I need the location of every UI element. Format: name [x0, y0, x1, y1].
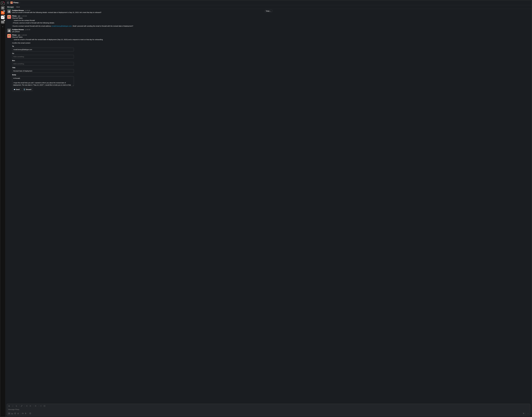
workspace-2[interactable]: W2395	[1, 11, 5, 14]
workspace-3[interactable]: ⊶8	[1, 16, 5, 19]
bullet-list-button[interactable]	[29, 405, 32, 407]
message-sender[interactable]: Sudipta Biswas	[12, 29, 24, 31]
tab-messages[interactable]: Messages	[7, 5, 14, 9]
svg-point-18	[14, 413, 16, 414]
workspace-rail: FHOW2395⊶8BA62 +	[0, 0, 5, 417]
italic-button[interactable]: I	[11, 405, 14, 407]
workspace-0[interactable]: F	[1, 1, 5, 5]
message: Sudipta Biswas 11:45 AM yes please	[5, 28, 532, 33]
svg-marker-22	[23, 413, 23, 414]
message-timestamp: 11:45 AM	[25, 10, 30, 11]
channel-header: 🧑‍🚀 Flowy ⌄	[5, 0, 532, 5]
codeblock-button[interactable]	[43, 405, 46, 407]
blockquote-button[interactable]	[34, 405, 37, 407]
video-button[interactable]	[21, 412, 24, 415]
message-sender[interactable]: Sudipta Biswas	[12, 10, 24, 11]
channel-title-button[interactable]: 🧑‍🚀 Flowy ⌄	[10, 1, 20, 4]
confirm-heading: Confirm the email content	[12, 42, 530, 44]
strike-button[interactable]: S	[15, 405, 18, 407]
message-timestamp: 11:45 AM	[21, 15, 27, 17]
channel-title: Flowy	[13, 2, 19, 4]
date-divider[interactable]: Today ⌄	[264, 10, 273, 12]
to-field[interactable]	[12, 48, 74, 51]
app-badge: APP	[18, 34, 21, 36]
cc-field[interactable]	[12, 55, 74, 59]
svg-point-3	[9, 30, 10, 31]
discard-button[interactable]: 🗑️ Discard	[22, 88, 33, 91]
svg-rect-21	[22, 413, 23, 414]
tabs: Messages About	[5, 5, 532, 9]
email-form: To Cc Bcc Title Body 📨	[12, 45, 74, 91]
user-avatar-icon[interactable]	[7, 29, 11, 32]
format-button[interactable]: Aa	[11, 412, 13, 415]
send-icon: 📨	[13, 89, 15, 90]
divider	[28, 412, 28, 414]
trash-icon: 🗑️	[23, 89, 25, 90]
message-timestamp: 11:45 AM	[25, 29, 30, 31]
svg-point-11	[30, 406, 30, 406]
title-field[interactable]	[12, 69, 74, 73]
app-avatar-icon: 🧑‍🚀	[10, 1, 13, 4]
audio-button[interactable]	[24, 412, 27, 415]
code-button[interactable]	[40, 405, 42, 407]
message-list: Today ⌄ Sudipta Biswas 11:45 AM send an …	[5, 9, 532, 403]
emoji-button[interactable]	[14, 412, 17, 415]
workspace-4[interactable]: BA62	[1, 20, 5, 24]
message-timestamp: 11:45 AM	[21, 34, 27, 36]
divider	[24, 405, 25, 407]
sidebar-toggle-icon[interactable]	[7, 2, 9, 4]
message-text: yes please	[12, 31, 530, 33]
send-button[interactable]: 📨 Send	[12, 88, 21, 91]
badge: 95	[3, 10, 5, 12]
bcc-field[interactable]	[12, 62, 74, 66]
cc-label: Cc	[12, 52, 74, 54]
app-avatar-icon[interactable]: 🧑‍🚀	[7, 15, 11, 19]
badge: 2	[3, 20, 5, 21]
bold-button[interactable]: B	[8, 405, 10, 407]
svg-point-2	[9, 10, 10, 11]
svg-rect-0	[7, 2, 9, 3]
body-field[interactable]	[12, 76, 74, 86]
ordered-list-button[interactable]	[25, 405, 28, 407]
message-sender[interactable]: Flowy	[12, 15, 17, 17]
message: 🧑‍🚀 Flowy APP 11:45 AM Planned Tasks: - …	[5, 14, 532, 28]
user-avatar-icon[interactable]	[7, 10, 11, 13]
message-composer: B I S + Aa	[7, 404, 530, 416]
email-link[interactable]: ronald.bewsy@dabtype.com	[52, 25, 72, 27]
chevron-down-icon: ⌄	[19, 2, 20, 3]
app-badge: APP	[18, 15, 21, 17]
bcc-label: Bcc	[12, 60, 74, 61]
date-label: Today	[266, 10, 270, 12]
message-text: Planned Tasks: - send an email to Ronald…	[12, 36, 530, 41]
link-button[interactable]	[20, 405, 23, 407]
svg-rect-23	[25, 413, 26, 414]
message-text: I found a contact named Ronald with the …	[12, 25, 530, 27]
divider	[33, 405, 33, 407]
app-avatar-icon[interactable]: 🧑‍🚀	[7, 34, 11, 38]
chevron-down-icon: ⌄	[270, 10, 271, 12]
message-sender[interactable]: Flowy	[12, 34, 17, 36]
svg-point-20	[15, 413, 16, 413]
badge: 8	[3, 15, 5, 17]
mention-button[interactable]: @	[17, 412, 20, 415]
to-label: To	[12, 45, 74, 47]
message-text: Planned Tasks: - search for the contact …	[12, 17, 530, 24]
tab-about[interactable]: About	[16, 5, 20, 9]
body-label: Body	[12, 74, 74, 76]
composer-input[interactable]	[8, 408, 529, 410]
shortcut-button[interactable]	[29, 412, 31, 415]
workspace-1[interactable]: HO	[1, 6, 5, 10]
title-label: Title	[12, 67, 74, 69]
send-message-button[interactable]	[523, 412, 525, 414]
send-options-button[interactable]: ⌄	[527, 412, 529, 415]
attach-button[interactable]: +	[8, 412, 10, 415]
message: 🧑‍🚀 Flowy APP 11:45 AM Planned Tasks: - …	[5, 33, 532, 92]
add-workspace-button[interactable]: +	[1, 25, 5, 29]
divider	[20, 412, 21, 414]
